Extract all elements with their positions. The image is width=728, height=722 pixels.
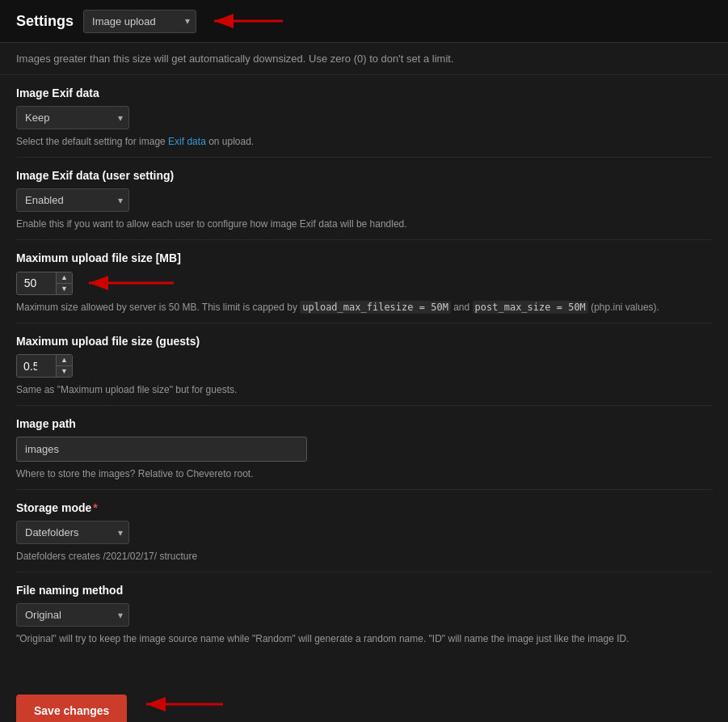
required-indicator: *	[93, 501, 97, 514]
spinner-guests-down[interactable]: ▼	[57, 366, 72, 377]
arrow-annotation-spinner	[81, 271, 178, 295]
section-max-upload-guests: Maximum upload file size (guests) ▲ ▼ Sa…	[16, 323, 712, 406]
label-storage-mode: Storage mode*	[16, 501, 712, 514]
select-exif-data-user[interactable]: Enabled Disabled	[16, 188, 129, 212]
label-max-upload-guests: Maximum upload file size (guests)	[16, 335, 712, 348]
section-image-exif-data: Image Exif data Keep Strip Select the de…	[16, 75, 712, 158]
desc-max-upload-guests: Same as "Maximum upload file size" but f…	[16, 382, 712, 397]
desc-storage-mode: Datefolders creates /2021/02/17/ structu…	[16, 549, 712, 564]
spinner-buttons: ▲ ▼	[56, 272, 72, 294]
desc-exif-user: Enable this if you want to allow each us…	[16, 217, 712, 231]
select-wrapper-storage[interactable]: Datefolders Direct	[16, 521, 129, 544]
arrow-annotation-save	[138, 692, 227, 716]
spinner-guests-up[interactable]: ▲	[57, 355, 72, 366]
label-image-exif-data: Image Exif data	[16, 87, 712, 99]
exif-data-link[interactable]: Exif data	[168, 136, 206, 147]
page-title: Settings	[16, 13, 74, 30]
image-upload-select[interactable]: Image upload	[83, 10, 196, 33]
save-changes-button[interactable]: Save changes	[16, 695, 127, 722]
code-post-max: post_max_size = 50M	[473, 301, 588, 314]
max-upload-guests-input[interactable]	[17, 355, 56, 377]
spinner-max-upload[interactable]: ▲ ▼	[16, 272, 73, 295]
top-description: Images greater than this size will get a…	[0, 43, 728, 75]
select-file-naming[interactable]: Original Random ID	[16, 603, 129, 627]
save-row: Save changes	[0, 670, 728, 722]
spinner-down[interactable]: ▼	[57, 284, 72, 294]
label-max-upload: Maximum upload file size [MB]	[16, 251, 712, 264]
spinner-max-upload-guests[interactable]: ▲ ▼	[16, 354, 73, 378]
label-image-exif-user: Image Exif data (user setting)	[16, 169, 712, 182]
header: Settings Image upload	[0, 0, 728, 43]
section-image-path: Image path Where to store the images? Re…	[16, 406, 712, 490]
spinner-guests-buttons: ▲ ▼	[56, 355, 72, 377]
section-file-naming: File naming method Original Random ID "O…	[16, 572, 712, 654]
desc-file-naming: "Original" will try to keep the image so…	[16, 631, 712, 646]
section-storage-mode: Storage mode* Datefolders Direct Datefol…	[16, 490, 712, 572]
code-upload-max: upload_max_filesize = 50M	[300, 301, 451, 314]
section-max-upload: Maximum upload file size [MB] ▲ ▼ M	[16, 240, 712, 323]
spinner-up[interactable]: ▲	[57, 272, 72, 284]
desc-exif-data: Select the default setting for image Exi…	[16, 134, 712, 149]
max-upload-row: ▲ ▼	[16, 271, 712, 295]
arrow-annotation-header	[206, 8, 287, 34]
image-upload-dropdown[interactable]: Image upload	[83, 10, 196, 33]
select-wrapper-exif[interactable]: Keep Strip	[16, 106, 129, 129]
desc-max-upload: Maximum size allowed by server is 50 MB.…	[16, 300, 712, 315]
desc-image-path: Where to store the images? Relative to C…	[16, 467, 712, 481]
content: Image Exif data Keep Strip Select the de…	[0, 75, 728, 670]
image-path-input[interactable]	[16, 437, 307, 462]
section-image-exif-user: Image Exif data (user setting) Enabled D…	[16, 158, 712, 240]
select-exif-data[interactable]: Keep Strip	[16, 106, 129, 129]
label-image-path: Image path	[16, 417, 712, 430]
max-upload-input[interactable]	[17, 272, 56, 294]
label-file-naming: File naming method	[16, 584, 712, 597]
select-storage-mode[interactable]: Datefolders Direct	[16, 521, 129, 544]
select-wrapper-naming[interactable]: Original Random ID	[16, 603, 129, 627]
select-wrapper-exif-user[interactable]: Enabled Disabled	[16, 188, 129, 212]
